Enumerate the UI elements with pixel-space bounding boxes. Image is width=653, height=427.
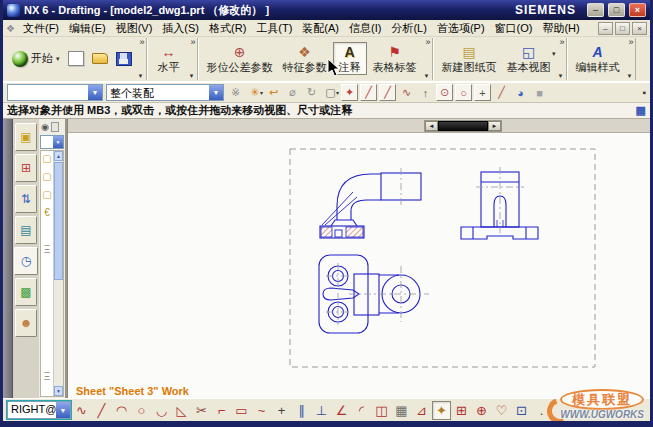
horizontal-dimension-button[interactable]: ↔水平 bbox=[152, 42, 186, 75]
active-view-combo[interactable]: RIGHT@1 ▼ bbox=[7, 401, 71, 419]
toolbar-options-arrow[interactable]: ▼ bbox=[138, 73, 144, 80]
open-file-button[interactable] bbox=[89, 48, 111, 70]
drawing-sheet[interactable] bbox=[68, 133, 651, 398]
new-file-button[interactable] bbox=[65, 48, 87, 70]
navigator-node-icon[interactable]: Ξ bbox=[44, 371, 51, 382]
arc-tool-icon[interactable]: ◠ bbox=[112, 401, 131, 420]
toolbar-options-arrow[interactable]: ▼ bbox=[627, 73, 633, 80]
history-tab[interactable]: ◷ bbox=[14, 247, 38, 275]
rectangle-tool-icon[interactable]: ▭ bbox=[232, 401, 251, 420]
feature-parameters-button[interactable]: ❖特征参数 bbox=[279, 42, 331, 75]
dropdown-arrow-icon[interactable]: ▼ bbox=[209, 85, 223, 100]
redo-icon[interactable]: ↻ bbox=[303, 84, 320, 101]
solid-cube-icon[interactable]: ■ bbox=[531, 84, 548, 101]
menu-analysis[interactable]: 分析(L) bbox=[386, 20, 431, 37]
quick-pick-icon[interactable]: ◕ bbox=[512, 84, 529, 101]
roles-tab[interactable]: ☻ bbox=[15, 309, 37, 337]
scroll-up-arrow[interactable]: ▲ bbox=[54, 151, 63, 161]
toolbar-options-arrow[interactable]: ▼ bbox=[189, 73, 195, 80]
menu-insert[interactable]: 插入(S) bbox=[157, 20, 204, 37]
snap-endpoint-icon[interactable]: ╱ bbox=[360, 84, 377, 101]
menu-assemblies[interactable]: 装配(A) bbox=[297, 20, 344, 37]
edit-style-button[interactable]: A编辑样式 bbox=[572, 42, 624, 75]
doc-restore-button[interactable]: □ bbox=[615, 22, 630, 35]
profile-tool-icon[interactable]: ∿ bbox=[72, 401, 91, 420]
scrollbar-thumb[interactable] bbox=[54, 162, 63, 280]
perpendicular-constraint-icon[interactable]: ⊥ bbox=[312, 401, 331, 420]
chamfer-tool-icon[interactable]: ◺ bbox=[172, 401, 191, 420]
region-tool-icon[interactable]: ♡ bbox=[492, 401, 511, 420]
tube-tool-icon[interactable]: ⊕ bbox=[472, 401, 491, 420]
dialog-rail-icon[interactable]: ▦ bbox=[636, 104, 646, 117]
title-bar[interactable]: NX 6 - Drafting - [model2_dwg1.prt （修改的）… bbox=[3, 0, 650, 20]
base-view-button[interactable]: ◱基本视图▾ bbox=[503, 42, 555, 75]
tangent-constraint-icon[interactable]: ◜ bbox=[352, 401, 371, 420]
menu-preferences[interactable]: 首选项(P) bbox=[432, 20, 490, 37]
parallel-constraint-icon[interactable]: ∥ bbox=[292, 401, 311, 420]
toolbar-options-arrow[interactable]: ▼ bbox=[558, 73, 564, 80]
circle-tool-icon[interactable]: ○ bbox=[132, 401, 151, 420]
gdt-parameters-button[interactable]: ⊕形位公差参数 bbox=[203, 42, 277, 75]
graphics-canvas[interactable]: ◄ ► bbox=[67, 119, 650, 398]
save-button[interactable] bbox=[113, 48, 135, 70]
menu-tools[interactable]: 工具(T) bbox=[251, 20, 297, 37]
dropdown-arrow-icon[interactable]: ▼ bbox=[56, 402, 70, 418]
menu-file[interactable]: 文件(F) bbox=[18, 20, 64, 37]
fillet-tool-icon[interactable]: ◡ bbox=[152, 401, 171, 420]
menu-view[interactable]: 视图(V) bbox=[111, 20, 158, 37]
selection-scope-combo[interactable]: 整个装配 ▼ bbox=[106, 84, 224, 101]
assembly-navigator-tab[interactable]: ▣ bbox=[15, 123, 37, 151]
selection-filter-combo[interactable]: ▼ bbox=[7, 84, 103, 101]
scroll-right-arrow[interactable]: ► bbox=[488, 121, 501, 131]
offset-tool-icon[interactable]: ⊞ bbox=[452, 401, 471, 420]
part-navigator-tab[interactable]: ⇅ bbox=[15, 185, 37, 213]
undo-icon[interactable]: ↩ bbox=[265, 84, 282, 101]
system-materials-tab[interactable]: ▩ bbox=[15, 278, 37, 306]
snap-slash-icon[interactable]: ╱ bbox=[493, 84, 510, 101]
snap-arrow-icon[interactable]: ↑ bbox=[417, 84, 434, 101]
minimize-button[interactable]: – bbox=[587, 3, 604, 17]
horizontal-scrollbar[interactable]: ◄ ► bbox=[424, 120, 502, 132]
doc-minimize-button[interactable]: – bbox=[598, 22, 613, 35]
quick-trim-tool-icon[interactable]: ✂ bbox=[192, 401, 211, 420]
menu-window[interactable]: 窗口(O) bbox=[490, 20, 538, 37]
navigator-node-icon[interactable]: ▢ bbox=[42, 171, 51, 182]
toolbar-options-arrow[interactable]: ▼ bbox=[424, 73, 430, 80]
table-label-button[interactable]: ⚑表格标签 bbox=[369, 42, 421, 75]
menu-edit[interactable]: 编辑(E) bbox=[64, 20, 111, 37]
navigator-node-icon[interactable]: ▢ bbox=[42, 153, 51, 164]
point-tool-icon[interactable]: + bbox=[272, 401, 291, 420]
snap-circle-icon[interactable]: ○ bbox=[455, 84, 472, 101]
snap-point-icon[interactable]: ✦ bbox=[341, 84, 358, 101]
auto-constrain-icon[interactable]: ✦ bbox=[432, 401, 451, 420]
side-view[interactable] bbox=[320, 168, 421, 238]
line-tool-icon[interactable]: ╱ bbox=[92, 401, 111, 420]
toolbar-overflow-chevron[interactable]: » bbox=[629, 38, 634, 47]
panel-pin-button[interactable] bbox=[51, 122, 59, 132]
navigator-node-icon[interactable]: ▢ bbox=[42, 189, 51, 200]
dimension-tool-icon[interactable]: ⊿ bbox=[412, 401, 431, 420]
scroll-left-arrow[interactable]: ◄ bbox=[425, 121, 438, 131]
mirror-tool-icon[interactable]: ◫ bbox=[372, 401, 391, 420]
corner-tool-icon[interactable]: ⊡ bbox=[512, 401, 531, 420]
doc-close-button[interactable]: × bbox=[632, 22, 647, 35]
no-filter-icon[interactable]: ⌀ bbox=[284, 84, 301, 101]
pattern-tool-icon[interactable]: ▦ bbox=[392, 401, 411, 420]
close-button[interactable]: × bbox=[629, 3, 646, 17]
snap-intersection-icon[interactable]: + bbox=[474, 84, 491, 101]
menu-format[interactable]: 格式(R) bbox=[204, 20, 251, 37]
navigator-scrollbar[interactable]: ▲ ▼ bbox=[53, 151, 63, 396]
snap-center-icon[interactable]: ⊙ bbox=[436, 84, 453, 101]
scroll-down-arrow[interactable]: ▼ bbox=[54, 386, 63, 396]
snap-midpoint-icon[interactable]: ╱ bbox=[379, 84, 396, 101]
toolbar-overflow-chevron[interactable]: » bbox=[560, 38, 565, 47]
dropdown-arrow-icon[interactable]: ▼ bbox=[88, 85, 102, 100]
start-button[interactable]: 开始▾ bbox=[9, 48, 63, 70]
toolbar-overflow-chevron[interactable]: » bbox=[191, 38, 196, 47]
top-view[interactable] bbox=[319, 255, 429, 333]
maximize-button[interactable]: □ bbox=[608, 3, 625, 17]
scrollbar-thumb[interactable] bbox=[438, 121, 488, 131]
snap-curve-icon[interactable]: ∿ bbox=[398, 84, 415, 101]
toolbar-overflow-dot[interactable]: ▪ bbox=[642, 90, 646, 96]
snap-settings-icon[interactable]: ※ bbox=[227, 84, 244, 101]
